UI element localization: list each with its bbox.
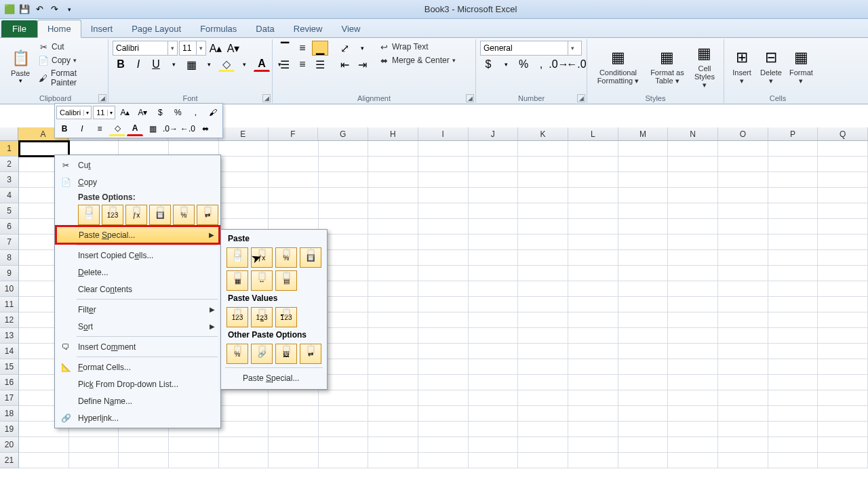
col-header-Q[interactable]: Q: [818, 127, 868, 140]
cell-N18[interactable]: [668, 406, 718, 422]
sub-paste-b-1[interactable]: ↔: [251, 270, 273, 291]
mini-center[interactable]: ≡: [92, 121, 108, 136]
cell-K20[interactable]: [518, 437, 568, 453]
cell-Q8[interactable]: [818, 250, 868, 266]
cell-I11[interactable]: [418, 297, 469, 312]
decrease-decimal-button[interactable]: ←.0: [568, 57, 585, 72]
cell-L5[interactable]: [568, 203, 618, 219]
cell-K9[interactable]: [518, 266, 568, 281]
cell-N3[interactable]: [668, 172, 718, 188]
sub-other-2[interactable]: 🖼: [275, 344, 297, 364]
sub-other-0[interactable]: %: [226, 344, 248, 364]
italic-button[interactable]: I: [130, 57, 146, 72]
cell-O20[interactable]: [718, 437, 768, 453]
col-header-J[interactable]: J: [469, 127, 519, 140]
cell-M13[interactable]: [618, 328, 669, 344]
mini-merge[interactable]: ⬌: [197, 121, 214, 136]
grow-font-button[interactable]: A▴: [208, 41, 224, 56]
cell-P18[interactable]: [768, 406, 818, 422]
col-header-G[interactable]: G: [318, 127, 368, 140]
orientation-button[interactable]: ⤢: [336, 41, 353, 56]
cell-L16[interactable]: [568, 375, 618, 390]
row-header-8[interactable]: 8: [0, 250, 19, 266]
row-header-9[interactable]: 9: [0, 266, 19, 281]
cell-K14[interactable]: [518, 344, 568, 359]
cell-P21[interactable]: [768, 453, 818, 468]
cell-J3[interactable]: [469, 172, 519, 188]
ctx-format-cells[interactable]: 📐Format Cells...: [56, 359, 219, 375]
cell-P6[interactable]: [768, 219, 818, 235]
cell-N1[interactable]: [668, 141, 718, 157]
decrease-indent-button[interactable]: ⇤: [336, 57, 353, 72]
cell-G2[interactable]: [319, 157, 369, 172]
cell-L3[interactable]: [568, 172, 618, 188]
cell-L6[interactable]: [568, 219, 618, 235]
mini-bold[interactable]: B: [56, 121, 73, 136]
cell-H20[interactable]: [368, 437, 418, 453]
sub-value-0[interactable]: 123: [226, 307, 248, 327]
cell-N5[interactable]: [668, 203, 718, 219]
orientation-dd[interactable]: ▾: [354, 41, 370, 56]
sub-other-1[interactable]: 🔗: [251, 344, 273, 364]
cell-P9[interactable]: [768, 266, 818, 281]
cell-C20[interactable]: [119, 437, 169, 453]
cell-Q1[interactable]: [818, 141, 868, 157]
cell-G1[interactable]: [319, 141, 369, 157]
align-right-button[interactable]: ☰: [312, 57, 328, 72]
cell-N4[interactable]: [668, 188, 718, 203]
cell-L10[interactable]: [568, 281, 618, 297]
cell-O6[interactable]: [718, 219, 768, 235]
cell-K4[interactable]: [518, 188, 568, 203]
cell-K15[interactable]: [518, 359, 568, 375]
cell-H13[interactable]: [368, 328, 418, 344]
cell-O13[interactable]: [718, 328, 768, 344]
cell-J16[interactable]: [469, 375, 519, 390]
increase-indent-button[interactable]: ⇥: [354, 57, 370, 72]
cell-Q18[interactable]: [818, 406, 868, 422]
align-center-button[interactable]: ≡: [294, 57, 311, 72]
borders-dd[interactable]: ▾: [201, 57, 217, 72]
number-dialog-launcher[interactable]: ◢: [577, 94, 585, 102]
mini-currency[interactable]: $: [152, 105, 168, 120]
cell-L20[interactable]: [568, 437, 618, 453]
cell-O3[interactable]: [718, 172, 768, 188]
currency-dd[interactable]: ▾: [498, 57, 514, 72]
cell-M7[interactable]: [618, 235, 669, 250]
cell-J6[interactable]: [469, 219, 519, 235]
cell-K12[interactable]: [518, 312, 568, 328]
tab-review[interactable]: Review: [284, 20, 332, 37]
undo-icon[interactable]: ↶: [33, 3, 46, 16]
cell-L18[interactable]: [568, 406, 618, 422]
cell-E18[interactable]: [219, 406, 269, 422]
underline-dd[interactable]: ▾: [165, 57, 182, 72]
col-header-L[interactable]: L: [568, 127, 618, 140]
cell-K21[interactable]: [518, 453, 568, 468]
cell-I2[interactable]: [418, 157, 469, 172]
paste-option-0[interactable]: 📄: [78, 205, 100, 225]
sub-paste-special-dialog[interactable]: Paste Special...: [224, 370, 324, 386]
ctx-paste-special[interactable]: Paste Special...▶: [56, 226, 219, 243]
tab-formulas[interactable]: Formulas: [191, 20, 246, 37]
cell-Q11[interactable]: [818, 297, 868, 312]
cell-F19[interactable]: [269, 422, 319, 437]
cell-H7[interactable]: [368, 235, 418, 250]
cell-H1[interactable]: [368, 141, 418, 157]
cell-Q13[interactable]: [818, 328, 868, 344]
cell-O1[interactable]: [718, 141, 768, 157]
sub-other-3[interactable]: ⇄: [300, 344, 321, 364]
row-header-13[interactable]: 13: [0, 328, 19, 344]
cell-I17[interactable]: [418, 390, 469, 406]
cell-I10[interactable]: [418, 281, 469, 297]
cell-K13[interactable]: [518, 328, 568, 344]
sub-value-1[interactable]: 12̲3: [251, 307, 273, 327]
cell-H21[interactable]: [368, 453, 418, 468]
cell-K19[interactable]: [518, 422, 568, 437]
cell-O9[interactable]: [718, 266, 768, 281]
ctx-hyperlink[interactable]: 🔗Hyperlink...: [56, 409, 219, 426]
align-left-button[interactable]: ☰: [277, 57, 293, 72]
cell-O10[interactable]: [718, 281, 768, 297]
cell-J12[interactable]: [469, 312, 519, 328]
cell-I18[interactable]: [418, 406, 469, 422]
cell-P13[interactable]: [768, 328, 818, 344]
sub-paste-b-0[interactable]: ▦: [226, 270, 248, 291]
